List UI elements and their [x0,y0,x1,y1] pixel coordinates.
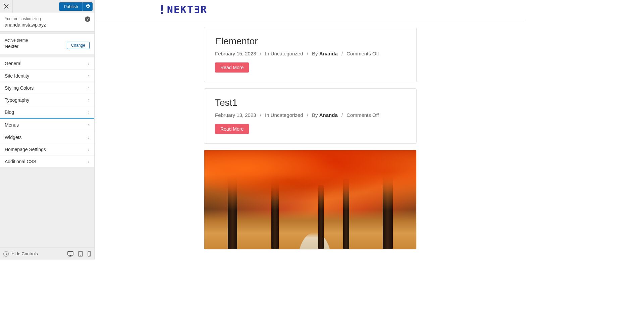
sidebar-footer: ◂ Hide Controls [0,247,94,260]
close-button[interactable] [0,0,13,13]
device-desktop-button[interactable] [67,251,73,257]
change-theme-button[interactable]: Change [67,42,90,49]
preview-pane[interactable]: ! NEKTƎR Elementor February 15, 2023 / I… [95,0,524,260]
post-card: Test1 February 13, 2023 / In Uncategoriz… [204,88,417,144]
post-category[interactable]: Uncategorized [271,51,303,56]
separator: / [258,51,264,56]
chevron-right-icon: › [88,135,90,140]
spacer [0,167,94,247]
site-logo[interactable]: ! NEKTƎR [158,3,207,16]
publish-label: Publish [64,4,78,9]
separator: / [305,51,311,56]
post-date: February 15, 2023 [215,51,256,56]
category-prefix: In [265,51,271,56]
by-prefix: By [312,51,319,56]
post-card: Elementor February 15, 2023 / In Uncateg… [204,27,417,82]
post-list: Elementor February 15, 2023 / In Uncateg… [95,20,417,249]
post-meta: February 13, 2023 / In Uncategorized / B… [215,112,406,118]
chevron-right-icon: › [88,85,90,91]
sidebar-header: Publish [0,0,94,13]
post-card-image [204,150,417,249]
publish-button[interactable]: Publish [59,2,83,11]
post-title[interactable]: Test1 [215,97,406,108]
post-author[interactable]: Ananda [319,112,338,118]
publish-settings-button[interactable] [83,2,93,11]
device-mobile-button[interactable] [88,251,91,257]
gear-icon [86,4,90,9]
menu-label: Menus [5,122,19,128]
menu-item-typography[interactable]: Typography› [0,94,94,106]
menu-label: Typography [5,97,29,103]
mobile-icon [88,251,91,257]
chevron-right-icon: › [88,73,90,79]
chevron-right-icon: › [88,159,90,164]
menu-label: Additional CSS [5,159,36,164]
menu-item-homepage-settings[interactable]: Homepage Settings› [0,143,94,155]
menu-item-styling-colors[interactable]: Styling Colors› [0,82,94,94]
post-category[interactable]: Uncategorized [271,112,303,118]
menu-section-secondary: Menus› Widgets› Homepage Settings› Addit… [0,119,94,167]
read-more-button[interactable]: Read More [215,62,249,73]
site-name: ananda.instawp.xyz [5,22,90,28]
menu-label: Blog [5,109,14,115]
post-meta: February 15, 2023 / In Uncategorized / B… [215,51,406,56]
by-prefix: By [312,112,319,118]
menu-label: Styling Colors [5,85,34,91]
active-theme-row: Active theme Nexter Change [0,34,94,54]
separator: / [258,112,264,118]
logo-text: NEKTƎR [167,4,207,15]
menu-item-site-identity[interactable]: Site Identity› [0,70,94,82]
customizing-label: You are customizing [5,16,90,21]
post-date: February 13, 2023 [215,112,256,118]
customizer-sidebar: Publish You are customizing ananda.insta… [0,0,95,260]
menu-item-menus[interactable]: Menus› [0,119,94,131]
read-more-button[interactable]: Read More [215,124,249,134]
separator: / [339,51,345,56]
logo-bang: ! [158,3,166,16]
image-decor [204,150,416,211]
post-author[interactable]: Ananda [319,51,338,56]
svg-point-2 [80,255,81,256]
menu-item-blog[interactable]: Blog› [0,106,94,118]
menu-label: Widgets [5,135,22,140]
svg-point-4 [89,255,89,256]
chevron-right-icon: › [88,122,90,128]
post-comments: Comments Off [346,112,379,118]
menu-label: Homepage Settings [5,147,46,152]
active-theme-label: Active theme [5,38,28,43]
chevron-right-icon: › [88,147,90,152]
separator: / [339,112,345,118]
hide-controls-button[interactable]: ◂ Hide Controls [3,251,38,257]
desktop-icon [67,251,73,257]
current-site-panel: You are customizing ananda.instawp.xyz ? [0,13,94,32]
chevron-right-icon: › [88,61,90,66]
theme-meta: Active theme Nexter [5,38,28,49]
category-prefix: In [265,112,271,118]
hide-controls-label: Hide Controls [11,251,38,256]
device-preview-controls [67,251,91,257]
svg-rect-0 [68,252,73,255]
collapse-icon: ◂ [3,251,9,257]
post-comments: Comments Off [346,51,379,56]
featured-image[interactable] [204,150,416,249]
chevron-right-icon: › [88,109,90,115]
menu-label: General [5,61,21,66]
theme-name: Nexter [5,44,28,49]
close-icon [4,4,9,9]
help-icon[interactable]: ? [85,16,90,22]
site-header: ! NEKTƎR [95,0,524,20]
separator: / [305,112,311,118]
post-title[interactable]: Elementor [215,36,406,47]
device-tablet-button[interactable] [78,251,83,257]
menu-item-additional-css[interactable]: Additional CSS› [0,155,94,167]
tablet-icon [78,251,83,257]
menu-label: Site Identity [5,73,29,79]
menu-item-widgets[interactable]: Widgets› [0,131,94,143]
app-root: Publish You are customizing ananda.insta… [0,0,524,260]
menu-item-general[interactable]: General› [0,57,94,70]
menu-section-primary: General› Site Identity› Styling Colors› … [0,57,94,119]
chevron-right-icon: › [88,97,90,103]
